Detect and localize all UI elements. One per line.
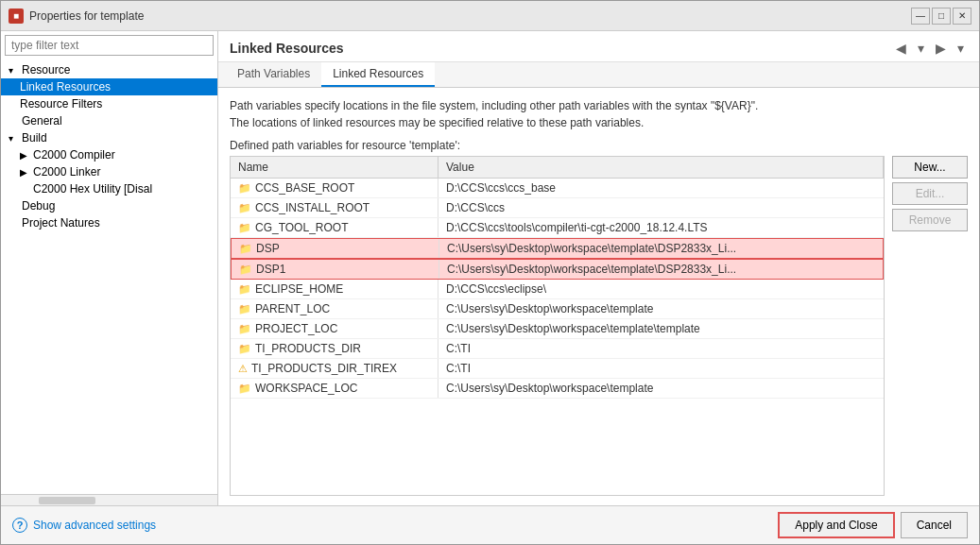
nav-forward-button[interactable]: ▶ [932, 39, 950, 58]
row-value: D:\CCS\ccs [438, 198, 884, 217]
table-row[interactable]: 📁 WORKSPACE_LOC C:\Users\sy\Desktop\work… [231, 379, 884, 399]
edit-button[interactable]: Edit... [892, 182, 968, 205]
description-text: Path variables specify locations in the … [230, 97, 968, 131]
expand-icon: ▶ [20, 167, 29, 178]
tab-linked-resources[interactable]: Linked Resources [321, 62, 435, 87]
expand-icon: ▶ [20, 150, 29, 161]
nav-dropdown1[interactable]: ▾ [914, 39, 928, 58]
sidebar-item-general[interactable]: General [1, 112, 217, 129]
row-name: ⚠ TI_PRODUCTS_DIR_TIREX [231, 359, 438, 378]
table-row[interactable]: 📁 CCS_INSTALL_ROOT D:\CCS\ccs [231, 198, 884, 218]
sidebar-item-resource[interactable]: ▾ Resource [1, 61, 217, 78]
table-row-dsp1[interactable]: 📁 DSP1 C:\Users\sy\Desktop\workspace\tem… [231, 259, 884, 280]
folder-icon: 📁 [238, 182, 251, 195]
row-value: C:\Users\sy\Desktop\workspace\template\t… [438, 319, 884, 338]
table-row[interactable]: 📁 CG_TOOL_ROOT D:\CCS\ccs\tools\compiler… [231, 218, 884, 238]
sidebar-item-label: Debug [22, 199, 55, 213]
sidebar-item-linked-resources[interactable]: Linked Resources [1, 78, 217, 95]
sidebar-item-c2000-linker[interactable]: ▶ C2000 Linker [1, 163, 217, 180]
sidebar-tree: ▾ Resource Linked Resources Resource Fil… [1, 60, 217, 494]
row-name: 📁 CCS_INSTALL_ROOT [231, 198, 438, 217]
row-value: D:\CCS\ccs\eclipse\ [438, 280, 884, 298]
folder-icon: 📁 [239, 243, 252, 255]
row-name: 📁 PROJECT_LOC [231, 319, 438, 338]
description-line2: The locations of linked resources may be… [230, 116, 644, 129]
sidebar-item-project-natures[interactable]: Project Natures [1, 214, 217, 231]
panel-body: Path variables specify locations in the … [218, 88, 979, 505]
expand-spacer [20, 184, 29, 195]
tab-linked-resources-label: Linked Resources [333, 67, 423, 80]
sidebar-item-label: C2000 Hex Utility [Disal [33, 182, 152, 196]
maximize-button[interactable]: □ [932, 8, 951, 25]
remove-button[interactable]: Remove [892, 209, 968, 231]
row-name: 📁 TI_PRODUCTS_DIR [231, 339, 438, 358]
warning-icon: ⚠ [238, 363, 248, 375]
expand-icon: ▾ [9, 133, 18, 144]
table-header: Name Value [231, 157, 884, 179]
row-value: C:\TI [438, 359, 884, 378]
path-variables-table: Name Value 📁 CCS_BASE_ROOT D:\CCS\ccs\cc… [230, 156, 885, 496]
scroll-thumb [39, 497, 95, 504]
table-row[interactable]: 📁 TI_PRODUCTS_DIR C:\TI [231, 339, 884, 359]
app-icon: ■ [9, 9, 24, 24]
folder-icon: 📁 [238, 303, 251, 315]
row-name: 📁 DSP1 [232, 260, 439, 279]
close-button[interactable]: ✕ [953, 8, 971, 25]
nav-back-button[interactable]: ◀ [892, 39, 910, 58]
row-name: 📁 WORKSPACE_LOC [231, 379, 438, 398]
sidebar-item-build[interactable]: ▾ Build [1, 129, 217, 146]
sidebar-item-label: General [22, 114, 62, 128]
sidebar-item-label: Build [22, 131, 47, 145]
folder-icon: 📁 [238, 323, 251, 335]
action-buttons: New... Edit... Remove [885, 156, 968, 496]
col-header-name: Name [231, 157, 438, 178]
advanced-settings-link[interactable]: ? Show advanced settings [12, 518, 156, 533]
filter-input[interactable] [5, 35, 214, 56]
table-row-dsp[interactable]: 📁 DSP C:\Users\sy\Desktop\workspace\temp… [231, 238, 884, 259]
table-row[interactable]: 📁 ECLIPSE_HOME D:\CCS\ccs\eclipse\ [231, 280, 884, 299]
advanced-link-label: Show advanced settings [33, 519, 156, 532]
dialog-title: Properties for template [29, 9, 144, 23]
sidebar-item-c2000-hex[interactable]: C2000 Hex Utility [Disal [1, 180, 217, 197]
table-row[interactable]: ⚠ TI_PRODUCTS_DIR_TIREX C:\TI [231, 359, 884, 379]
content-area: ▾ Resource Linked Resources Resource Fil… [1, 31, 979, 505]
table-row[interactable]: 📁 PARENT_LOC C:\Users\sy\Desktop\workspa… [231, 299, 884, 319]
row-name: 📁 PARENT_LOC [231, 299, 438, 318]
sidebar-item-label: Project Natures [22, 216, 100, 230]
section-label: Defined path variables for resource 'tem… [230, 139, 968, 152]
main-content-row: Name Value 📁 CCS_BASE_ROOT D:\CCS\ccs\cc… [230, 156, 968, 496]
expand-icon: ▾ [9, 65, 18, 76]
dialog: ■ Properties for template — □ ✕ ▾ Resour… [0, 0, 980, 545]
minimize-button[interactable]: — [911, 8, 930, 25]
nav-dropdown2[interactable]: ▾ [954, 39, 968, 58]
table-body: 📁 CCS_BASE_ROOT D:\CCS\ccs\ccs_base 📁 CC… [231, 179, 884, 495]
tab-path-variables[interactable]: Path Variables [226, 62, 321, 87]
expand-spacer [9, 218, 18, 229]
row-value: C:\Users\sy\Desktop\workspace\template [438, 299, 884, 318]
help-icon: ? [12, 518, 27, 533]
apply-close-button[interactable]: Apply and Close [778, 512, 894, 538]
folder-icon: 📁 [238, 222, 251, 234]
expand-spacer [9, 201, 18, 212]
sidebar-item-label: Resource [22, 63, 70, 77]
sidebar-item-label: Resource Filters [20, 97, 102, 111]
row-value: D:\CCS\ccs\tools\compiler\ti-cgt-c2000_1… [438, 218, 884, 237]
folder-icon: 📁 [238, 202, 251, 214]
bottom-bar: ? Show advanced settings Apply and Close… [1, 505, 979, 544]
sidebar-scrollbar[interactable] [1, 494, 217, 505]
col-header-value: Value [438, 157, 884, 178]
sidebar-item-c2000-compiler[interactable]: ▶ C2000 Compiler [1, 146, 217, 163]
cancel-button[interactable]: Cancel [901, 512, 968, 538]
row-name: 📁 CG_TOOL_ROOT [231, 218, 438, 237]
table-row[interactable]: 📁 PROJECT_LOC C:\Users\sy\Desktop\worksp… [231, 319, 884, 339]
table-row[interactable]: 📁 CCS_BASE_ROOT D:\CCS\ccs\ccs_base [231, 179, 884, 198]
new-button[interactable]: New... [892, 156, 968, 179]
sidebar-item-debug[interactable]: Debug [1, 197, 217, 214]
sidebar-item-label: C2000 Linker [33, 165, 100, 179]
row-value: D:\CCS\ccs\ccs_base [438, 179, 884, 197]
sidebar-item-resource-filters[interactable]: Resource Filters [1, 95, 217, 112]
panel-header: Linked Resources ◀ ▾ ▶ ▾ [218, 31, 979, 62]
row-name: 📁 ECLIPSE_HOME [231, 280, 438, 298]
row-name: 📁 CCS_BASE_ROOT [231, 179, 438, 197]
row-value: C:\Users\sy\Desktop\workspace\template\D… [439, 239, 883, 258]
